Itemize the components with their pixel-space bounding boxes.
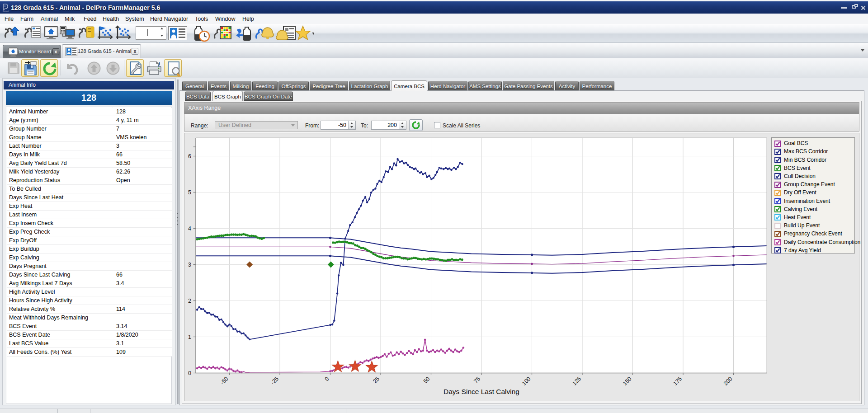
svg-text:25: 25	[372, 375, 381, 385]
svg-text:50: 50	[422, 375, 431, 385]
svg-text:3: 3	[188, 262, 191, 268]
svg-text:6: 6	[188, 153, 191, 160]
svg-text:75: 75	[472, 375, 481, 385]
svg-text:1: 1	[188, 334, 191, 340]
svg-text:2: 2	[188, 298, 191, 304]
svg-text:0: 0	[188, 370, 191, 376]
svg-text:100: 100	[521, 375, 532, 387]
svg-text:125: 125	[571, 375, 582, 387]
svg-text:4: 4	[188, 225, 191, 232]
svg-text:-25: -25	[269, 375, 280, 386]
svg-text:175: 175	[672, 375, 683, 387]
svg-text:DeLaval: DeLaval	[3, 10, 9, 12]
svg-text:5: 5	[188, 189, 191, 196]
svg-text:150: 150	[622, 375, 633, 387]
svg-text:200: 200	[722, 375, 734, 387]
svg-text:0: 0	[324, 375, 330, 382]
svg-text:Days Since Last Calving: Days Since Last Calving	[443, 388, 519, 395]
svg-text:-50: -50	[219, 375, 230, 386]
